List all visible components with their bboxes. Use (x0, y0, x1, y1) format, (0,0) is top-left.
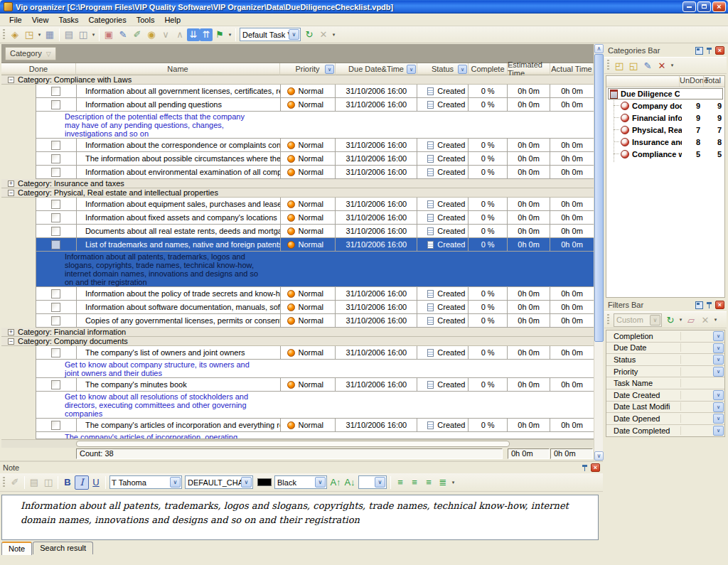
task-row[interactable]: The company's list of owners and joint o… (36, 346, 594, 360)
category-expander-icon[interactable]: + (8, 329, 14, 335)
category-expander-icon[interactable]: − (8, 77, 14, 83)
filter-tasks-button[interactable]: ⚑ (213, 28, 227, 42)
task-row[interactable]: The company's minutes bookNormal31/10/20… (36, 378, 594, 392)
task-row[interactable]: Documents about all real estate rents, d… (36, 225, 594, 238)
column-header-done[interactable]: Done (1, 63, 76, 75)
task-checkbox[interactable] (51, 227, 60, 236)
open-button[interactable]: ◳ (22, 28, 36, 42)
font-size-combo[interactable]: ∨ (358, 475, 387, 489)
dropdown-arrow-icon[interactable]: ▾ (712, 313, 719, 327)
combo-dropdown-icon[interactable]: ∨ (241, 477, 252, 488)
column-header-priority[interactable]: Priority∨ (280, 63, 336, 75)
combo-dropdown-icon[interactable]: ∨ (170, 477, 181, 488)
vertical-scrollbar-thumb[interactable] (594, 54, 604, 342)
column-header-complete[interactable]: Complete (469, 63, 508, 75)
bullets-button[interactable]: ≣ (436, 475, 450, 490)
edit-category-button[interactable]: ✎ (641, 58, 655, 72)
vertical-scrollbar[interactable]: ∧ ∨ (594, 44, 603, 461)
print-button[interactable]: ▤ (62, 28, 76, 42)
task-checkbox[interactable] (51, 348, 60, 357)
task-row[interactable]: The information about possible circumsta… (36, 152, 594, 166)
menu-view[interactable]: View (27, 14, 54, 26)
print-preview-button[interactable]: ◫ (76, 28, 90, 42)
column-header-estimated-time[interactable]: Estimated Time (508, 63, 550, 75)
dropdown-arrow-icon[interactable]: ▾ (36, 28, 43, 42)
new-button[interactable]: ◈ (8, 28, 22, 42)
category-tree-item[interactable]: Due Diligence C (608, 88, 723, 99)
column-header-status[interactable]: Status∨ (417, 63, 469, 75)
filter-dropdown-icon[interactable]: ∨ (713, 355, 724, 365)
task-checkbox[interactable] (51, 316, 60, 325)
filter-dropdown-icon[interactable]: ∨ (713, 426, 724, 436)
duplicate-task-button[interactable]: ✐ (130, 28, 144, 42)
column-filter-dropdown-icon[interactable]: ∨ (407, 65, 416, 74)
align-left-button[interactable]: ≡ (393, 475, 407, 490)
font-combo[interactable]: TTahoma∨ (109, 475, 182, 489)
dropdown-arrow-icon[interactable]: ▾ (227, 28, 233, 42)
task-row[interactable]: Information about the correspondence or … (36, 139, 594, 152)
category-tree-item[interactable]: Insurance and t88 (606, 136, 724, 148)
align-right-button[interactable]: ≡ (422, 475, 436, 490)
task-note-row[interactable]: Get to know about company structure, its… (36, 360, 594, 378)
combo-dropdown-icon[interactable]: ∨ (375, 477, 385, 488)
task-row[interactable]: Information about fixed assets and compa… (36, 211, 594, 225)
erase-filter-button[interactable]: ▱ (684, 313, 698, 327)
horizontal-scrollbar[interactable] (1, 439, 594, 448)
char-style-combo[interactable]: DEFAULT_CHAR∨ (185, 475, 253, 489)
restore-button[interactable] (697, 1, 711, 12)
filter-dropdown-icon[interactable]: ∨ (713, 414, 724, 424)
task-checkbox[interactable] (51, 200, 60, 209)
task-checkbox[interactable] (51, 303, 60, 312)
task-checkbox[interactable] (51, 87, 60, 96)
complete-task-button[interactable]: ◉ (144, 28, 159, 42)
task-view-combo[interactable]: Default Task V∨ (240, 28, 301, 41)
filter-dropdown-icon[interactable]: ∨ (713, 390, 724, 400)
apply-filter-button[interactable]: ↻ (663, 313, 678, 327)
combo-dropdown-icon[interactable]: ∨ (650, 315, 660, 325)
save-button[interactable]: ▦ (43, 28, 57, 42)
task-checkbox[interactable] (51, 421, 60, 430)
horizontal-scrollbar-thumb[interactable] (76, 441, 510, 447)
minimize-button[interactable] (682, 1, 696, 12)
collapse-all-button[interactable]: ⇈ (200, 28, 213, 41)
category-tree-item[interactable]: Financial inform99 (606, 112, 724, 124)
pin-icon[interactable] (705, 301, 713, 309)
task-checkbox[interactable] (51, 213, 60, 222)
category-tree-item[interactable]: Company docum99 (606, 99, 724, 112)
column-header-name[interactable]: Name (76, 63, 280, 75)
close-button[interactable]: × (712, 1, 726, 12)
task-checkbox[interactable] (51, 154, 60, 163)
task-checkbox[interactable] (51, 100, 60, 109)
edit-task-button[interactable]: ✎ (116, 28, 130, 42)
task-row[interactable]: The company's articles of incorporation … (36, 419, 594, 432)
category-row[interactable]: −Category: Physical, Real estate and int… (1, 188, 594, 198)
group-by-category-button[interactable]: Category▽ (5, 47, 56, 60)
menu-tools[interactable]: Tools (132, 14, 160, 26)
tree-undone-column[interactable]: UnDone (679, 76, 703, 87)
add-subcategory-button[interactable]: ◱ (626, 58, 641, 72)
category-row[interactable]: +Category: Insurance and taxes (1, 179, 594, 188)
menu-help[interactable]: Help (159, 14, 186, 26)
category-row[interactable]: +Category: Financial information (1, 328, 594, 337)
scroll-down-arrow[interactable]: ∨ (594, 451, 604, 461)
task-checkbox[interactable] (51, 289, 60, 298)
shrink-font-button[interactable]: A↓ (343, 475, 357, 490)
category-expander-icon[interactable]: + (8, 181, 14, 187)
scroll-up-arrow[interactable]: ∧ (594, 44, 604, 53)
task-row[interactable]: Information about the policy of trade se… (36, 287, 594, 301)
dropdown-arrow-icon[interactable]: ▾ (331, 28, 337, 42)
task-row[interactable]: Information about software documentation… (36, 301, 594, 314)
task-row[interactable]: Information about all pending questionsN… (36, 98, 594, 112)
task-checkbox[interactable] (51, 141, 60, 150)
filter-dropdown-icon[interactable]: ∨ (713, 331, 724, 341)
task-row[interactable]: Information about environmental examinat… (36, 166, 594, 179)
task-note-row[interactable]: Description of the potential effects tha… (36, 112, 594, 139)
menu-file[interactable]: File (4, 14, 27, 26)
grow-font-button[interactable]: A↑ (328, 475, 343, 490)
underline-button[interactable]: U (89, 475, 103, 490)
category-row[interactable]: −Category: Compliance with Laws (1, 75, 594, 85)
float-panel-icon[interactable] (695, 47, 703, 55)
menu-tasks[interactable]: Tasks (53, 14, 83, 26)
category-tree-item[interactable]: Physical, Real e77 (606, 124, 724, 136)
category-expander-icon[interactable]: − (8, 338, 14, 345)
